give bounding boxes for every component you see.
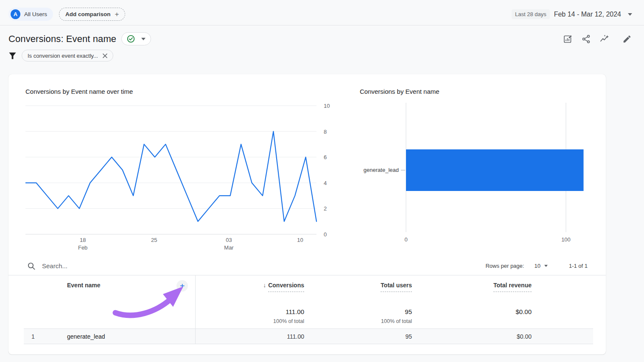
chevron-down-icon	[628, 13, 632, 16]
pencil-icon	[622, 34, 632, 44]
filter-chip-label: Is conversion event exactly...	[28, 53, 98, 59]
date-range-picker[interactable]: Last 28 days Feb 14 - Mar 12, 2024	[512, 9, 632, 19]
chevron-down-icon	[141, 38, 146, 40]
filter-chip[interactable]: Is conversion event exactly...	[22, 50, 113, 62]
search-icon	[27, 262, 36, 270]
all-users-chip[interactable]: A All Users	[8, 8, 53, 21]
bar-chart-block: Conversions by Event name 0100generate_l…	[360, 88, 597, 253]
table-totals-row: 111.00 100% of total 95 100% of total $0…	[24, 304, 593, 328]
rows-per-page-label: Rows per page:	[485, 263, 524, 269]
audience-avatar: A	[11, 9, 20, 19]
date-range-text: Feb 14 - Mar 12, 2024	[554, 11, 621, 18]
svg-text:Feb: Feb	[78, 244, 87, 251]
total-revenue-header-label: Total revenue	[493, 282, 532, 292]
svg-text:8: 8	[324, 129, 327, 135]
svg-text:2: 2	[324, 205, 327, 212]
close-icon[interactable]	[102, 53, 108, 59]
users-total-cell: 95 100% of total	[304, 304, 412, 328]
table-controls: Rows per page: 10 1-1 of 1	[8, 257, 606, 275]
report-header: Conversions: Event name	[0, 25, 644, 45]
conversions-cell: 111.00	[195, 333, 304, 340]
conversions-header-label: Conversions	[268, 282, 304, 292]
total-users-header[interactable]: Total users	[304, 275, 412, 304]
page-title: Conversions: Event name	[8, 34, 116, 45]
line-chart: 024681018Feb2503Mar10	[25, 101, 333, 253]
ga4-conversions-report: { "topbar": { "all_users": { "avatar_let…	[0, 0, 644, 362]
all-users-label: All Users	[24, 11, 47, 17]
svg-text:Mar: Mar	[224, 244, 234, 251]
svg-text:0: 0	[324, 231, 327, 238]
customize-report-icon	[563, 34, 573, 44]
event-name-cell: generate_lead	[42, 333, 195, 340]
total-users-header-label: Total users	[381, 282, 412, 292]
chevron-down-icon	[544, 265, 548, 267]
filter-funnel-icon	[8, 51, 17, 60]
line-chart-block: Conversions by Event name over time 0246…	[25, 88, 333, 253]
svg-text:100: 100	[561, 236, 571, 243]
users-cell: 95	[304, 333, 412, 340]
conversions-total-pct: 100% of total	[273, 318, 304, 324]
date-preset-badge: Last 28 days	[512, 9, 550, 19]
revenue-total: $0.00	[515, 308, 532, 315]
table-header-row: Event name + ↓Conversions Total users To…	[24, 275, 593, 304]
share-icon	[581, 34, 591, 44]
edit-button[interactable]	[622, 34, 632, 44]
check-circle-icon	[127, 35, 135, 43]
bar-chart-title: Conversions by Event name	[360, 88, 597, 96]
search-input[interactable]	[42, 262, 169, 269]
row-number: 1	[24, 333, 42, 340]
revenue-total-cell: $0.00	[412, 304, 532, 328]
rows-per-page-select[interactable]: 10	[534, 263, 547, 269]
add-comparison-button[interactable]: Add comparison +	[59, 8, 125, 21]
svg-text:03: 03	[226, 237, 232, 243]
users-total-pct: 100% of total	[381, 318, 412, 324]
comparison-bar: A All Users Add comparison + Last 28 day…	[0, 0, 644, 25]
users-total: 95	[405, 308, 412, 315]
insights-icon	[599, 34, 609, 44]
pagination-range: 1-1 of 1	[569, 263, 588, 269]
svg-text:0: 0	[404, 236, 407, 243]
events-table: Event name + ↓Conversions Total users To…	[24, 275, 593, 344]
plus-icon: +	[115, 11, 119, 18]
svg-text:generate_lead: generate_lead	[364, 167, 399, 173]
conversions-total: 111.00	[286, 308, 304, 315]
sort-descending-icon: ↓	[263, 282, 266, 289]
conversions-total-cell: 111.00 100% of total	[195, 304, 304, 328]
total-revenue-header[interactable]: Total revenue	[412, 275, 532, 304]
event-name-header[interactable]: Event name +	[42, 275, 195, 304]
column-divider	[195, 275, 196, 344]
report-card: Conversions by Event name over time 0246…	[8, 74, 606, 354]
svg-text:4: 4	[324, 180, 327, 186]
svg-text:10: 10	[297, 237, 303, 243]
line-chart-title: Conversions by Event name over time	[25, 88, 333, 96]
customize-report-button[interactable]	[563, 34, 573, 44]
svg-text:10: 10	[324, 103, 330, 109]
svg-text:18: 18	[80, 237, 86, 243]
add-comparison-label: Add comparison	[65, 11, 111, 17]
row-number-header	[24, 275, 42, 304]
share-button[interactable]	[581, 34, 591, 44]
event-name-header-label: Event name	[67, 282, 101, 289]
svg-text:6: 6	[324, 154, 327, 160]
rows-per-page-value: 10	[534, 263, 540, 269]
conversions-header[interactable]: ↓Conversions	[195, 275, 304, 304]
insights-button[interactable]	[599, 34, 609, 44]
bar-chart: 0100generate_lead	[360, 101, 597, 246]
add-dimension-button[interactable]: +	[176, 280, 188, 292]
search-box[interactable]	[27, 262, 485, 270]
revenue-cell: $0.00	[412, 333, 532, 340]
report-status-menu[interactable]	[121, 32, 151, 45]
charts-row: Conversions by Event name over time 0246…	[8, 74, 606, 253]
table-row[interactable]: 1 generate_lead 111.00 95 $0.00	[24, 328, 593, 344]
svg-text:25: 25	[151, 237, 157, 243]
filter-bar: Is conversion event exactly...	[0, 45, 644, 62]
